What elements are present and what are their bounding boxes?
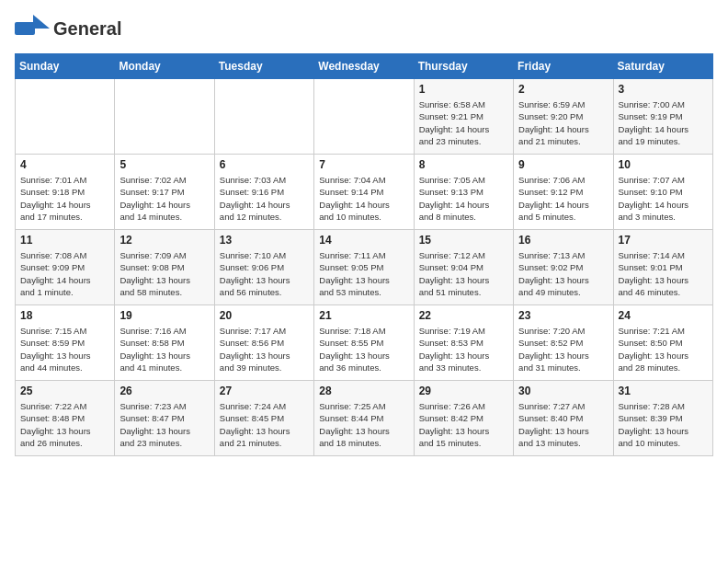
day-detail: Sunrise: 6:58 AMSunset: 9:21 PMDaylight:… (419, 98, 508, 147)
calendar-cell: 29Sunrise: 7:26 AMSunset: 8:42 PMDayligh… (414, 381, 513, 456)
day-number: 30 (518, 385, 608, 397)
day-number: 23 (518, 309, 608, 322)
calendar-cell: 20Sunrise: 7:17 AMSunset: 8:56 PMDayligh… (214, 305, 313, 381)
day-detail: Sunrise: 7:13 AMSunset: 9:02 PMDaylight:… (518, 249, 608, 298)
calendar-cell: 30Sunrise: 7:27 AMSunset: 8:40 PMDayligh… (514, 381, 613, 456)
logo-line1: General (53, 19, 121, 39)
day-number: 6 (220, 158, 309, 171)
day-detail: Sunrise: 7:07 AMSunset: 9:10 PMDaylight:… (619, 174, 708, 223)
day-number: 5 (119, 158, 209, 171)
day-number: 22 (419, 309, 508, 322)
day-number: 1 (419, 83, 508, 96)
day-number: 24 (619, 309, 708, 322)
calendar-cell: 18Sunrise: 7:15 AMSunset: 8:59 PMDayligh… (16, 305, 115, 381)
day-number: 3 (619, 83, 708, 96)
day-number: 7 (319, 158, 408, 171)
day-number: 26 (119, 385, 209, 397)
calendar-cell: 6Sunrise: 7:03 AMSunset: 9:16 PMDaylight… (214, 155, 313, 230)
day-number: 19 (119, 309, 209, 322)
day-number: 18 (20, 309, 109, 322)
day-detail: Sunrise: 7:24 AMSunset: 8:45 PMDaylight:… (220, 400, 309, 449)
day-number: 20 (220, 309, 309, 322)
day-detail: Sunrise: 7:08 AMSunset: 9:09 PMDaylight:… (20, 249, 109, 298)
day-number: 10 (619, 158, 708, 171)
calendar-cell: 10Sunrise: 7:07 AMSunset: 9:10 PMDayligh… (613, 155, 712, 230)
weekday-header: Sunday (16, 54, 115, 79)
weekday-header: Saturday (613, 54, 712, 79)
day-detail: Sunrise: 7:10 AMSunset: 9:06 PMDaylight:… (220, 249, 309, 298)
day-detail: Sunrise: 7:11 AMSunset: 9:05 PMDaylight:… (319, 249, 408, 298)
day-detail: Sunrise: 7:28 AMSunset: 8:39 PMDaylight:… (619, 400, 708, 449)
day-number: 11 (20, 234, 109, 247)
calendar-cell (214, 79, 313, 155)
day-number: 9 (518, 158, 608, 171)
calendar-cell: 5Sunrise: 7:02 AMSunset: 9:17 PMDaylight… (115, 155, 214, 230)
weekday-header: Monday (115, 54, 214, 79)
day-detail: Sunrise: 7:25 AMSunset: 8:44 PMDaylight:… (319, 400, 408, 449)
calendar-cell: 25Sunrise: 7:22 AMSunset: 8:48 PMDayligh… (16, 381, 115, 456)
svg-rect-0 (15, 22, 35, 35)
calendar-cell: 21Sunrise: 7:18 AMSunset: 8:55 PMDayligh… (314, 305, 414, 381)
svg-marker-1 (33, 15, 50, 29)
calendar-cell: 4Sunrise: 7:01 AMSunset: 9:18 PMDaylight… (16, 155, 115, 230)
calendar-cell: 23Sunrise: 7:20 AMSunset: 8:52 PMDayligh… (514, 305, 613, 381)
calendar-body: 1Sunrise: 6:58 AMSunset: 9:21 PMDaylight… (16, 79, 713, 456)
day-number: 13 (220, 234, 309, 247)
calendar-cell: 2Sunrise: 6:59 AMSunset: 9:20 PMDaylight… (514, 79, 613, 155)
day-number: 14 (319, 234, 408, 247)
calendar-week-row: 18Sunrise: 7:15 AMSunset: 8:59 PMDayligh… (16, 305, 713, 381)
calendar-cell: 31Sunrise: 7:28 AMSunset: 8:39 PMDayligh… (613, 381, 712, 456)
day-detail: Sunrise: 7:18 AMSunset: 8:55 PMDaylight:… (319, 325, 408, 373)
calendar-cell: 3Sunrise: 7:00 AMSunset: 9:19 PMDaylight… (613, 79, 712, 155)
calendar-cell (314, 79, 414, 155)
day-detail: Sunrise: 7:22 AMSunset: 8:48 PMDaylight:… (20, 400, 109, 449)
calendar-cell: 28Sunrise: 7:25 AMSunset: 8:44 PMDayligh… (314, 381, 414, 456)
day-detail: Sunrise: 7:16 AMSunset: 8:58 PMDaylight:… (119, 325, 209, 373)
weekday-header: Friday (514, 54, 613, 79)
calendar-cell: 1Sunrise: 6:58 AMSunset: 9:21 PMDaylight… (414, 79, 513, 155)
calendar-cell: 27Sunrise: 7:24 AMSunset: 8:45 PMDayligh… (214, 381, 313, 456)
calendar-cell: 9Sunrise: 7:06 AMSunset: 9:12 PMDaylight… (514, 155, 613, 230)
calendar-cell (16, 79, 115, 155)
calendar-header-row: SundayMondayTuesdayWednesdayThursdayFrid… (16, 54, 713, 79)
calendar-table: SundayMondayTuesdayWednesdayThursdayFrid… (15, 53, 713, 456)
calendar-cell: 12Sunrise: 7:09 AMSunset: 9:08 PMDayligh… (115, 230, 214, 305)
day-number: 25 (20, 385, 109, 397)
logo: General (15, 15, 121, 42)
day-detail: Sunrise: 7:19 AMSunset: 8:53 PMDaylight:… (419, 325, 508, 373)
calendar-cell: 14Sunrise: 7:11 AMSunset: 9:05 PMDayligh… (314, 230, 414, 305)
day-detail: Sunrise: 7:06 AMSunset: 9:12 PMDaylight:… (518, 174, 608, 223)
calendar-cell: 7Sunrise: 7:04 AMSunset: 9:14 PMDaylight… (314, 155, 414, 230)
weekday-header: Tuesday (214, 54, 313, 79)
calendar-cell: 16Sunrise: 7:13 AMSunset: 9:02 PMDayligh… (514, 230, 613, 305)
calendar-week-row: 1Sunrise: 6:58 AMSunset: 9:21 PMDaylight… (16, 79, 713, 155)
day-detail: Sunrise: 7:05 AMSunset: 9:13 PMDaylight:… (419, 174, 508, 223)
calendar-week-row: 4Sunrise: 7:01 AMSunset: 9:18 PMDaylight… (16, 155, 713, 230)
day-number: 27 (220, 385, 309, 397)
weekday-header: Thursday (414, 54, 513, 79)
calendar-cell (115, 79, 214, 155)
day-detail: Sunrise: 7:09 AMSunset: 9:08 PMDaylight:… (119, 249, 209, 298)
day-detail: Sunrise: 7:00 AMSunset: 9:19 PMDaylight:… (619, 98, 708, 147)
day-detail: Sunrise: 7:04 AMSunset: 9:14 PMDaylight:… (319, 174, 408, 223)
day-number: 28 (319, 385, 408, 397)
day-number: 2 (518, 83, 608, 96)
day-detail: Sunrise: 7:23 AMSunset: 8:47 PMDaylight:… (119, 400, 209, 449)
day-number: 29 (419, 385, 508, 397)
calendar-cell: 24Sunrise: 7:21 AMSunset: 8:50 PMDayligh… (613, 305, 712, 381)
day-number: 8 (419, 158, 508, 171)
calendar-cell: 8Sunrise: 7:05 AMSunset: 9:13 PMDaylight… (414, 155, 513, 230)
day-detail: Sunrise: 6:59 AMSunset: 9:20 PMDaylight:… (518, 98, 608, 147)
day-detail: Sunrise: 7:03 AMSunset: 9:16 PMDaylight:… (220, 174, 309, 223)
day-number: 21 (319, 309, 408, 322)
day-detail: Sunrise: 7:27 AMSunset: 8:40 PMDaylight:… (518, 400, 608, 449)
day-number: 12 (119, 234, 209, 247)
page-header: General (15, 15, 713, 42)
calendar-week-row: 11Sunrise: 7:08 AMSunset: 9:09 PMDayligh… (16, 230, 713, 305)
calendar-week-row: 25Sunrise: 7:22 AMSunset: 8:48 PMDayligh… (16, 381, 713, 456)
calendar-cell: 11Sunrise: 7:08 AMSunset: 9:09 PMDayligh… (16, 230, 115, 305)
day-number: 15 (419, 234, 508, 247)
day-detail: Sunrise: 7:15 AMSunset: 8:59 PMDaylight:… (20, 325, 109, 373)
day-number: 31 (619, 385, 708, 397)
day-detail: Sunrise: 7:17 AMSunset: 8:56 PMDaylight:… (220, 325, 309, 373)
